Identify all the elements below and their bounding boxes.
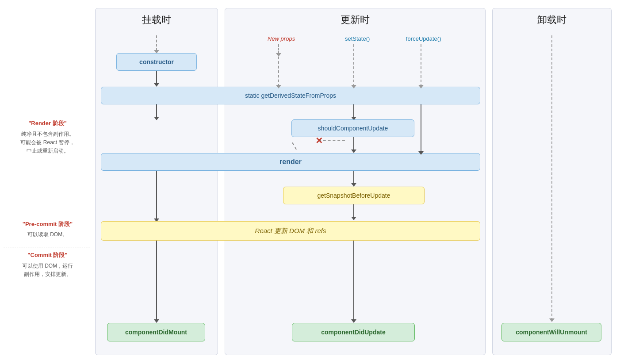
getDerivedStateFromProps-box: static getDerivedStateFromProps (101, 87, 480, 104)
arrow-snapshot-to-dom (353, 204, 354, 218)
forceUpdate-arrow-head (418, 85, 424, 88)
arrow-mount-render-to-dom (156, 171, 157, 220)
arrowhead-render-snapshot (351, 183, 356, 187)
newprops-arrow-line2 (278, 57, 279, 87)
mount-title-overlay: 挂载时 (95, 13, 218, 27)
commit-desc-overlay: 可以使用 DOM，运行副作用，安排更新。 (4, 262, 91, 279)
commit-section: "Commit 阶段" 可以使用 DOM，运行副作用，安排更新。 (4, 251, 91, 279)
componentWillUnmount-box-overlay: componentWillUnmount (501, 323, 601, 341)
arrow-render-to-snapshot (353, 171, 354, 184)
arrow-forceUpdate-to-render (421, 104, 421, 153)
unmount-title-overlay: 卸载时 (492, 13, 612, 27)
componentDidMount-box-overlay: componentDidMount (107, 323, 205, 341)
scu-box-overlay: shouldComponentUpdate (291, 119, 414, 137)
arrowhead-constructor-down (154, 83, 159, 87)
render-box-overlay: render (101, 153, 480, 171)
render-stage-section: "Render 阶段" 纯净且不包含副作用。可能会被 React 暂停，中止或重… (4, 119, 91, 156)
render-stage-desc-overlay: 纯净且不包含副作用。可能会被 React 暂停，中止或重新启动。 (4, 130, 91, 156)
componentDidUpdate-box-overlay: componentDidUpdate (292, 323, 415, 341)
arrowhead-dom-didUpdate (351, 319, 356, 323)
commit-title-overlay: "Commit 阶段" (4, 251, 91, 259)
arrow-update-getDerived-to-scu (353, 104, 354, 118)
setState-label-overlay: setState() (345, 35, 370, 42)
arrow-dom-to-didUpdate (353, 241, 354, 320)
update-title-overlay: 更新时 (225, 13, 486, 27)
react-dom-box-overlay: React 更新 DOM 和 refs (101, 221, 480, 241)
newprops-arrow-head (276, 53, 281, 57)
arrow-mount-start (156, 35, 157, 51)
divider2-overlay (4, 248, 90, 248)
x-mark-overlay: ✕ (315, 135, 323, 146)
precommit-section: "Pre-commit 阶段" 可以读取 DOM。 (4, 220, 91, 238)
arrowhead-unmount (549, 318, 555, 322)
precommit-title-overlay: "Pre-commit 阶段" (4, 220, 91, 228)
forceUpdate-arrow-line (421, 44, 421, 87)
render-stage-title-overlay: "Render 阶段" (4, 119, 91, 127)
arrowhead-mount-getDerived (154, 117, 159, 120)
arrow-dom-to-didMount (156, 241, 157, 320)
arrowhead-dom-didMount (154, 319, 159, 323)
newprops-arrow-head2 (276, 85, 281, 88)
arrow-constructor-down (156, 71, 157, 84)
arrowhead-forceUpdate-render (418, 151, 424, 155)
newprops-arrow-line (278, 44, 279, 54)
forceUpdate-label-overlay: forceUpdate() (406, 35, 441, 42)
divider1-overlay (4, 217, 90, 217)
newprops-label-overlay: New props (268, 35, 295, 42)
constructor-box-overlay: constructor (116, 53, 197, 71)
setState-arrow-line (353, 44, 354, 87)
update-col-bg (225, 8, 486, 355)
arrowhead-scu (351, 149, 356, 153)
arrow-scu-to-render (353, 137, 354, 150)
setState-arrow-head (351, 85, 356, 88)
getSnapshot-box-overlay: getSnapshotBeforeUpdate (283, 187, 425, 204)
precommit-desc-overlay: 可以读取 DOM。 (4, 231, 91, 238)
unmount-dashed-line (551, 35, 552, 321)
arrowhead-snapshot-dom (351, 217, 356, 220)
arrow-mount-getDerived-to-render (156, 104, 157, 118)
